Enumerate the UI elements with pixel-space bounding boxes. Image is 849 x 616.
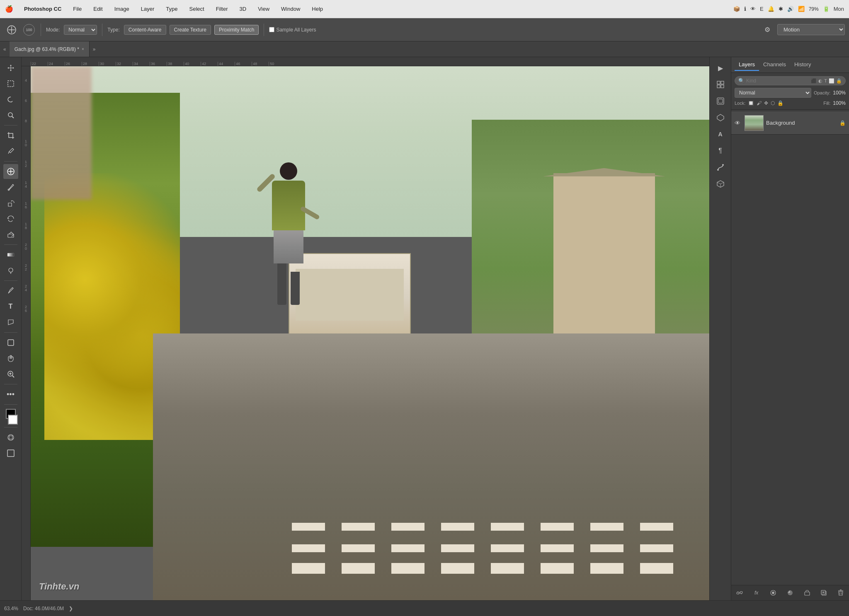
tab-layers[interactable]: Layers (735, 59, 759, 71)
layer-item-background[interactable]: 👁 Background 🔒 (731, 111, 849, 135)
new-group-icon[interactable] (802, 588, 812, 598)
lock-image-icon[interactable]: 🖌 (757, 100, 762, 106)
more-tools[interactable]: ••• (3, 387, 18, 402)
image-menu[interactable]: Image (112, 5, 132, 13)
opacity-value[interactable]: 100% (833, 90, 846, 96)
app-name-menu[interactable]: Photoshop CC (22, 5, 64, 13)
ruler-mark: 42 (201, 62, 206, 66)
ruler-tick: 16 (25, 202, 27, 209)
proximity-match-button[interactable]: Proximity Match (214, 25, 259, 35)
status-arrow[interactable]: ❯ (69, 606, 73, 611)
layer-name: Background (766, 120, 837, 126)
status-bar: 63.4% Doc: 46.0M/46.0M ❯ (0, 600, 849, 616)
smart-object-icon[interactable] (713, 110, 728, 125)
layer-search[interactable]: 🔍 ⬛ ◐ T ⬜ 🔒 (735, 76, 846, 85)
add-mask-icon[interactable] (768, 588, 778, 598)
lock-move-icon[interactable]: ✥ (764, 100, 768, 106)
adjustment-icon[interactable] (785, 588, 795, 598)
paragraph-icon[interactable]: ¶ (713, 143, 728, 158)
eraser-tool[interactable] (3, 227, 18, 242)
dodge-tool[interactable] (3, 263, 18, 278)
document-tab-close[interactable]: × (82, 47, 84, 51)
select-menu[interactable]: Select (187, 5, 206, 13)
grid-view-icon[interactable] (713, 77, 728, 92)
background-color[interactable] (8, 415, 18, 425)
shape-tool[interactable] (3, 335, 18, 350)
document-tab[interactable]: Gach.jpg @ 63.4% (RGB/8) * × (10, 41, 90, 57)
svg-line-17 (12, 376, 14, 377)
new-layer-icon[interactable] (819, 588, 829, 598)
gear-settings-icon[interactable]: ⚙ (760, 22, 775, 37)
lasso-tool[interactable] (3, 92, 18, 107)
path-selection-tool[interactable] (3, 315, 18, 330)
lock-all-icon[interactable]: 🔒 (777, 100, 784, 106)
delete-layer-icon[interactable] (836, 588, 846, 598)
eyedropper-tool[interactable] (3, 144, 18, 159)
quick-selection-tool[interactable] (3, 108, 18, 123)
paths-icon[interactable] (713, 160, 728, 175)
sample-all-layers-checkbox[interactable] (269, 27, 274, 32)
motion-select[interactable]: Motion Normal Adaptive Wide Angle (777, 24, 845, 35)
play-button[interactable]: ▶ (713, 60, 728, 75)
brush-tool[interactable] (3, 180, 18, 195)
lock-artboard-icon[interactable]: ⬡ (771, 100, 775, 106)
person-legs (277, 263, 300, 305)
content-aware-button[interactable]: Content-Aware (124, 25, 166, 35)
fx-icon[interactable]: fx (752, 588, 762, 598)
create-texture-button[interactable]: Create Texture (170, 25, 211, 35)
color-swatches[interactable] (4, 409, 18, 425)
layer-search-input[interactable] (746, 78, 809, 84)
tab-left-arrow[interactable]: « (0, 46, 10, 52)
heal-brush-tool-icon[interactable] (4, 22, 19, 37)
spot-healing-tool[interactable] (3, 164, 18, 179)
link-layers-icon[interactable] (735, 588, 745, 598)
gradient-tool[interactable] (3, 247, 18, 262)
view-menu[interactable]: View (255, 5, 272, 13)
zoom-tool[interactable] (3, 367, 18, 382)
tab-history[interactable]: History (790, 59, 815, 71)
crop-tool[interactable] (3, 128, 18, 143)
pen-tool[interactable] (3, 283, 18, 298)
clone-stamp-tool[interactable] (3, 196, 18, 210)
canvas-image[interactable]: Tinhte.vn (31, 66, 709, 600)
3d-icon[interactable] (713, 176, 728, 191)
file-menu[interactable]: File (70, 5, 84, 13)
marquee-tool[interactable] (3, 76, 18, 91)
hand-tool[interactable] (3, 351, 18, 366)
layer-visibility-icon[interactable]: 👁 (735, 120, 742, 126)
filter-adjust-icon[interactable]: ◐ (818, 78, 822, 84)
layer-comp-icon[interactable] (713, 94, 728, 109)
filter-menu[interactable]: Filter (213, 5, 230, 13)
layer-menu[interactable]: Layer (138, 5, 157, 13)
svg-rect-25 (717, 85, 720, 88)
filter-shape-icon[interactable]: ⬜ (829, 78, 834, 84)
fill-value[interactable]: 100% (833, 100, 846, 106)
layer-list: 👁 Background 🔒 (731, 110, 849, 585)
lt-sep-1 (4, 125, 17, 126)
window-menu[interactable]: Window (279, 5, 303, 13)
sample-all-layers-label[interactable]: Sample All Layers (269, 27, 316, 33)
eye-icon: 👁 (750, 6, 756, 12)
help-menu[interactable]: Help (309, 5, 325, 13)
tab-right-arrow[interactable]: » (90, 46, 99, 52)
left-toolbar: T ••• (0, 57, 22, 600)
edit-menu[interactable]: Edit (91, 5, 105, 13)
filter-text-icon[interactable]: T (824, 78, 827, 83)
type-menu[interactable]: Type (163, 5, 180, 13)
lock-transparent-icon[interactable]: 🔲 (748, 100, 754, 106)
3d-menu[interactable]: 3D (237, 5, 249, 13)
move-tool[interactable] (3, 60, 18, 75)
svg-rect-28 (718, 99, 723, 103)
screen-mode-tool[interactable] (3, 446, 18, 461)
layer-thumbnail (745, 115, 764, 131)
mode-select[interactable]: Normal Dissolve Darken Multiply (64, 25, 97, 35)
filter-smart-icon[interactable]: 🔒 (836, 78, 842, 84)
filter-pixel-icon[interactable]: ⬛ (811, 78, 817, 84)
tab-channels[interactable]: Channels (759, 59, 790, 71)
history-brush-tool[interactable] (3, 211, 18, 226)
text-tool[interactable]: T (3, 299, 18, 314)
character-icon[interactable]: A (713, 127, 728, 142)
ruler-top: 22 24 26 28 30 32 34 36 38 40 42 44 46 4… (22, 57, 709, 66)
blend-mode-select[interactable]: Normal Dissolve Multiply Screen Overlay (735, 88, 811, 98)
quick-mask-tool[interactable] (3, 430, 18, 445)
